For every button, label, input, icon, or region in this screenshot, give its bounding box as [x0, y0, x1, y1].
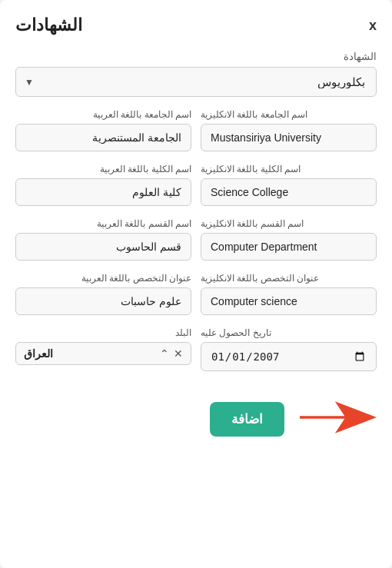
country-up-icon[interactable]: ⌃: [160, 347, 169, 360]
college-arabic-input[interactable]: [15, 178, 191, 206]
modal-title: الشهادات: [15, 15, 82, 35]
department-row: اسم القسم باللغة الانكليزية اسم القسم با…: [15, 218, 377, 261]
department-arabic-group: اسم القسم باللغة العربية: [15, 218, 191, 261]
add-button[interactable]: اضافة: [210, 402, 284, 437]
department-english-group: اسم القسم باللغة الانكليزية: [201, 218, 377, 261]
college-english-input[interactable]: [201, 178, 377, 206]
college-row: اسم الكلية باللغة الانكليزية اسم الكلية …: [15, 164, 377, 206]
university-english-group: اسم الجامعة باللغة الانكليزية: [201, 109, 377, 151]
specialization-arabic-label: عنوان التخصص باللغة العربية: [15, 273, 191, 284]
date-group: تاريخ الحصول عليه: [201, 327, 377, 371]
degree-label: الشهادة: [15, 51, 377, 62]
college-arabic-group: اسم الكلية باللغة العربية: [15, 164, 191, 206]
date-input[interactable]: [201, 342, 377, 371]
country-input-row: ⌃ ✕ العراق: [15, 342, 191, 365]
specialization-english-input[interactable]: [201, 287, 377, 315]
specialization-row: عنوان التخصص باللغة الانكليزية عنوان الت…: [15, 273, 377, 315]
department-english-input[interactable]: [201, 233, 377, 261]
modal-header: x الشهادات: [15, 15, 377, 35]
modal-container: x الشهادات الشهادة بكلوريوس ▼ اسم الجامع…: [0, 0, 392, 568]
department-arabic-label: اسم القسم باللغة العربية: [15, 218, 191, 229]
university-row: اسم الجامعة باللغة الانكليزية اسم الجامع…: [15, 109, 377, 151]
specialization-arabic-group: عنوان التخصص باللغة العربية: [15, 273, 191, 315]
country-value: العراق: [24, 347, 53, 360]
country-clear-icon[interactable]: ✕: [174, 347, 183, 360]
department-english-label: اسم القسم باللغة الانكليزية: [201, 218, 377, 229]
country-group: البلد ⌃ ✕ العراق: [15, 327, 191, 371]
degree-dropdown-wrapper: بكلوريوس ▼: [15, 67, 377, 97]
specialization-english-group: عنوان التخصص باللغة الانكليزية: [201, 273, 377, 315]
date-label: تاريخ الحصول عليه: [201, 327, 377, 338]
footer-area: اضافة: [15, 394, 377, 443]
university-english-input[interactable]: [201, 124, 377, 151]
college-arabic-label: اسم الكلية باللغة العربية: [15, 164, 191, 174]
university-arabic-group: اسم الجامعة باللغة العربية: [15, 109, 191, 151]
degree-select[interactable]: بكلوريوس: [15, 67, 377, 97]
college-english-group: اسم الكلية باللغة الانكليزية: [201, 164, 377, 206]
bottom-row: تاريخ الحصول عليه البلد ⌃ ✕ العراق: [15, 327, 377, 371]
specialization-english-label: عنوان التخصص باللغة الانكليزية: [201, 273, 377, 284]
country-controls: ⌃ ✕: [160, 347, 183, 360]
svg-marker-0: [300, 401, 377, 433]
college-english-label: اسم الكلية باللغة الانكليزية: [201, 164, 377, 174]
specialization-arabic-input[interactable]: [15, 287, 191, 315]
university-arabic-label: اسم الجامعة باللغة العربية: [15, 109, 191, 120]
university-english-label: اسم الجامعة باللغة الانكليزية: [201, 109, 377, 120]
department-arabic-input[interactable]: [15, 233, 191, 261]
close-button[interactable]: x: [369, 18, 377, 34]
country-label: البلد: [15, 327, 191, 338]
arrow-icon: [300, 394, 377, 443]
university-arabic-input[interactable]: [15, 124, 191, 151]
